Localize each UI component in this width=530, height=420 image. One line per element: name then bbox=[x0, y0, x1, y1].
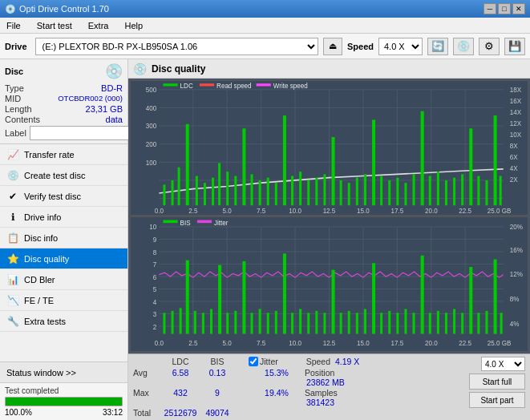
svg-text:5.0: 5.0 bbox=[223, 338, 232, 347]
svg-rect-37 bbox=[323, 174, 326, 205]
eject-button[interactable]: ⏏ bbox=[323, 38, 342, 55]
col-speed-header: Speed 4.19 X bbox=[305, 357, 361, 366]
transfer-rate-icon: 📈 bbox=[6, 148, 19, 161]
svg-rect-128 bbox=[307, 313, 310, 333]
menu-extra[interactable]: Extra bbox=[85, 19, 112, 32]
svg-rect-120 bbox=[242, 261, 245, 334]
stats-table: LDC BIS Jitter Speed 4.19 X bbox=[133, 357, 464, 418]
svg-rect-140 bbox=[404, 309, 407, 334]
svg-rect-127 bbox=[299, 309, 301, 334]
svg-text:9: 9 bbox=[153, 235, 157, 244]
content-area: 💿 Disc quality bbox=[128, 59, 530, 420]
avg-bis: 0.13 bbox=[199, 368, 236, 387]
svg-rect-57 bbox=[485, 180, 488, 205]
svg-rect-136 bbox=[372, 263, 375, 333]
sidebar: Disc 💿 Type BD-R MID OTCBDR002 (000) Len… bbox=[0, 59, 128, 420]
svg-rect-52 bbox=[445, 180, 447, 205]
verify-test-disc-label: Verify test disc bbox=[24, 192, 81, 201]
sidebar-item-create-test-disc[interactable]: 💿 Create test disc bbox=[0, 165, 127, 186]
svg-rect-24 bbox=[218, 163, 220, 205]
fe-te-label: FE / TE bbox=[24, 296, 54, 305]
titlebar-controls: ─ □ ✕ bbox=[483, 3, 525, 14]
total-ldc: 2512679 bbox=[162, 408, 199, 418]
sidebar-item-verify-test-disc[interactable]: ✔ Verify test disc bbox=[0, 186, 127, 207]
svg-rect-36 bbox=[315, 178, 318, 205]
sidebar-item-disc-info[interactable]: 📋 Disc info bbox=[0, 228, 127, 248]
svg-text:5: 5 bbox=[153, 285, 157, 293]
start-part-button[interactable]: Start part bbox=[469, 392, 525, 408]
svg-rect-111 bbox=[172, 311, 174, 334]
svg-rect-40 bbox=[348, 183, 350, 205]
menu-start-test[interactable]: Start test bbox=[34, 19, 75, 32]
sidebar-item-fe-te[interactable]: 📉 FE / TE bbox=[0, 290, 127, 311]
svg-rect-147 bbox=[461, 313, 463, 333]
start-speed-select[interactable]: 4.0 X bbox=[481, 357, 525, 371]
type-value: BD-R bbox=[101, 83, 123, 93]
drive-select[interactable]: (E:) PLEXTOR BD-R PX-LB950SA 1.06 bbox=[35, 38, 318, 55]
settings-button[interactable]: ⚙ bbox=[479, 38, 500, 55]
status-window-button[interactable]: Status window >> bbox=[0, 361, 127, 382]
label-label: Label bbox=[5, 128, 26, 138]
svg-rect-22 bbox=[204, 183, 206, 205]
refresh-button[interactable]: 🔄 bbox=[427, 38, 448, 55]
svg-text:22.5: 22.5 bbox=[459, 338, 471, 347]
svg-rect-89 bbox=[257, 83, 271, 86]
charts-container: 500 400 300 200 100 18X 16X 14X 12X 10X … bbox=[128, 79, 530, 353]
svg-text:10: 10 bbox=[149, 223, 156, 232]
progress-time: 100.0% 33:12 bbox=[5, 408, 123, 417]
app-title: Opti Drive Control 1.70 bbox=[19, 4, 109, 14]
save-button[interactable]: 💾 bbox=[504, 38, 525, 55]
svg-rect-122 bbox=[259, 309, 261, 334]
svg-rect-124 bbox=[275, 311, 277, 334]
svg-text:10X: 10X bbox=[510, 131, 522, 139]
max-ldc: 432 bbox=[162, 388, 199, 407]
create-test-disc-icon: 💿 bbox=[6, 169, 19, 182]
svg-rect-150 bbox=[485, 311, 488, 334]
ldc-chart-svg: 500 400 300 200 100 18X 16X 14X 12X 10X … bbox=[131, 81, 528, 215]
minimize-button[interactable]: ─ bbox=[483, 3, 496, 14]
sidebar-item-drive-info[interactable]: ℹ Drive info bbox=[0, 207, 127, 228]
svg-rect-55 bbox=[469, 128, 472, 205]
svg-text:17.5: 17.5 bbox=[390, 207, 403, 215]
menu-help[interactable]: Help bbox=[121, 19, 146, 32]
label-input[interactable] bbox=[30, 126, 133, 140]
svg-text:Read speed: Read speed bbox=[216, 81, 252, 89]
svg-rect-43 bbox=[372, 119, 375, 205]
max-label: Max bbox=[133, 388, 162, 407]
disc-button[interactable]: 💿 bbox=[453, 38, 474, 55]
svg-text:6X: 6X bbox=[510, 153, 518, 161]
svg-rect-53 bbox=[453, 178, 455, 205]
svg-text:25.0 GB: 25.0 GB bbox=[488, 207, 512, 215]
disc-info-panel: Disc 💿 Type BD-R MID OTCBDR002 (000) Len… bbox=[0, 59, 127, 144]
menu-file[interactable]: File bbox=[3, 19, 24, 32]
svg-text:7: 7 bbox=[153, 260, 157, 269]
svg-rect-134 bbox=[356, 313, 358, 333]
svg-text:12.5: 12.5 bbox=[323, 207, 336, 215]
drive-label: Drive bbox=[5, 42, 27, 51]
svg-rect-17 bbox=[163, 184, 165, 205]
svg-rect-29 bbox=[259, 180, 261, 205]
speed-select[interactable]: 4.0 X bbox=[378, 38, 423, 55]
jitter-checkbox[interactable] bbox=[249, 357, 258, 366]
col-jitter-header: Jitter bbox=[249, 357, 305, 366]
close-button[interactable]: ✕ bbox=[512, 3, 525, 14]
svg-text:400: 400 bbox=[146, 103, 157, 111]
sidebar-item-transfer-rate[interactable]: 📈 Transfer rate bbox=[0, 144, 127, 165]
svg-text:4%: 4% bbox=[510, 319, 520, 328]
sidebar-item-cd-bler[interactable]: 📊 CD Bler bbox=[0, 269, 127, 290]
start-full-button[interactable]: Start full bbox=[469, 374, 525, 390]
svg-rect-130 bbox=[323, 313, 326, 333]
svg-rect-180 bbox=[197, 220, 212, 224]
sidebar-item-disc-quality[interactable]: ⭐ Disc quality bbox=[0, 248, 127, 269]
svg-rect-135 bbox=[364, 309, 366, 334]
svg-text:Jitter: Jitter bbox=[214, 218, 229, 227]
sidebar-item-extra-tests[interactable]: 🔧 Extra tests bbox=[0, 311, 127, 332]
svg-rect-129 bbox=[315, 311, 318, 334]
svg-text:0.0: 0.0 bbox=[155, 338, 164, 347]
svg-rect-87 bbox=[200, 83, 214, 86]
menubar: File Start test Extra Help bbox=[0, 18, 530, 34]
maximize-button[interactable]: □ bbox=[498, 3, 511, 14]
disc-quality-icon: ⭐ bbox=[6, 252, 19, 265]
stats-panel: LDC BIS Jitter Speed 4.19 X bbox=[128, 353, 530, 420]
svg-text:12%: 12% bbox=[510, 269, 523, 278]
